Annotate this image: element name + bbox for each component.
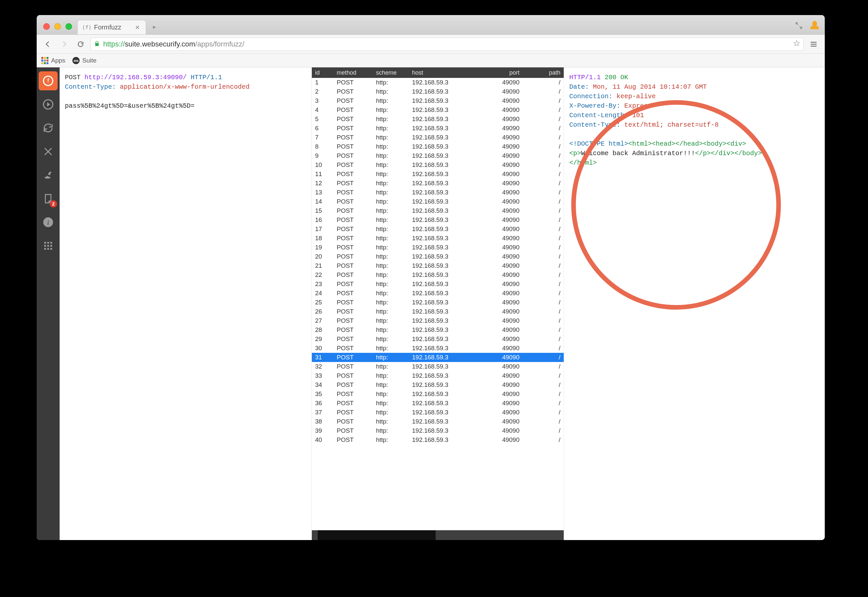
hamburger-menu-button[interactable] bbox=[807, 38, 820, 51]
stage: (f) Formfuzz ✕ ▸ https://su bbox=[0, 0, 868, 597]
sidebar-notes-icon[interactable]: 2 bbox=[39, 189, 58, 208]
bookmark-apps[interactable]: Apps bbox=[41, 57, 65, 64]
svg-rect-11 bbox=[44, 248, 46, 250]
lock-icon bbox=[94, 40, 100, 49]
table-row[interactable]: 5POSThttp:192.168.59.349090/ bbox=[312, 114, 564, 124]
table-row[interactable]: 31POSThttp:192.168.59.349090/ bbox=[312, 353, 564, 362]
table-row[interactable]: 36POSThttp:192.168.59.349090/ bbox=[312, 399, 564, 408]
requests-table-panel: id method scheme host port path 1POSThtt… bbox=[312, 67, 564, 540]
table-row[interactable]: 21POSThttp:192.168.59.349090/ bbox=[312, 261, 564, 270]
sidebar-refresh-icon[interactable] bbox=[39, 119, 58, 138]
table-row[interactable]: 23POSThttp:192.168.59.349090/ bbox=[312, 279, 564, 289]
forward-button[interactable] bbox=[58, 38, 71, 51]
app-content: f 2 i bbox=[37, 67, 825, 540]
table-row[interactable]: 32POSThttp:192.168.59.349090/ bbox=[312, 362, 564, 371]
table-row[interactable]: 26POSThttp:192.168.59.349090/ bbox=[312, 307, 564, 316]
bookmark-suite-label: Suite bbox=[82, 57, 96, 64]
table-row[interactable]: 18POSThttp:192.168.59.349090/ bbox=[312, 234, 564, 243]
table-row[interactable]: 3POSThttp:192.168.59.349090/ bbox=[312, 96, 564, 105]
col-port[interactable]: port bbox=[487, 70, 523, 76]
col-path[interactable]: path bbox=[523, 70, 564, 76]
table-row[interactable]: 29POSThttp:192.168.59.349090/ bbox=[312, 334, 564, 344]
svg-text:i: i bbox=[47, 218, 49, 227]
table-body[interactable]: 1POSThttp:192.168.59.349090/2POSThttp:19… bbox=[312, 78, 564, 530]
sidebar-info-icon[interactable]: i bbox=[39, 213, 58, 232]
table-row[interactable]: 30POSThttp:192.168.59.349090/ bbox=[312, 344, 564, 353]
table-row[interactable]: 10POSThttp:192.168.59.349090/ bbox=[312, 160, 564, 169]
table-row[interactable]: 28POSThttp:192.168.59.349090/ bbox=[312, 325, 564, 334]
browser-toolbar: https://suite.websecurify.com/apps/formf… bbox=[37, 35, 825, 54]
table-row[interactable]: 12POSThttp:192.168.59.349090/ bbox=[312, 179, 564, 188]
table-row[interactable]: 14POSThttp:192.168.59.349090/ bbox=[312, 197, 564, 206]
address-bar[interactable]: https://suite.websecurify.com/apps/formf… bbox=[91, 38, 804, 51]
table-row[interactable]: 39POSThttp:192.168.59.349090/ bbox=[312, 426, 564, 435]
table-row[interactable]: 19POSThttp:192.168.59.349090/ bbox=[312, 243, 564, 252]
tab-title: Formfuzz bbox=[94, 24, 121, 31]
minimize-window-button[interactable] bbox=[54, 23, 61, 30]
table-header: id method scheme host port path bbox=[312, 67, 564, 78]
back-button[interactable] bbox=[41, 38, 54, 51]
panels: POST http://192.168.59.3:49090/ HTTP/1.1… bbox=[60, 67, 825, 540]
table-row[interactable]: 9POSThttp:192.168.59.349090/ bbox=[312, 151, 564, 160]
bookmark-star-icon[interactable] bbox=[793, 40, 800, 49]
window-controls bbox=[41, 23, 75, 34]
table-row[interactable]: 7POSThttp:192.168.59.349090/ bbox=[312, 133, 564, 142]
svg-rect-13 bbox=[51, 248, 52, 250]
sidebar-notes-badge: 2 bbox=[50, 200, 57, 208]
col-id[interactable]: id bbox=[312, 70, 334, 76]
close-window-button[interactable] bbox=[43, 23, 50, 30]
table-row[interactable]: 25POSThttp:192.168.59.349090/ bbox=[312, 298, 564, 307]
col-host[interactable]: host bbox=[409, 70, 487, 76]
table-row[interactable]: 38POSThttp:192.168.59.349090/ bbox=[312, 417, 564, 426]
table-row[interactable]: 34POSThttp:192.168.59.349090/ bbox=[312, 380, 564, 389]
table-row[interactable]: 33POSThttp:192.168.59.349090/ bbox=[312, 371, 564, 380]
col-scheme[interactable]: scheme bbox=[373, 70, 409, 76]
col-method[interactable]: method bbox=[334, 70, 373, 76]
table-row[interactable]: 17POSThttp:192.168.59.349090/ bbox=[312, 224, 564, 234]
bookmark-suite[interactable]: ws Suite bbox=[72, 57, 96, 64]
fullscreen-icon[interactable] bbox=[795, 21, 803, 30]
suite-icon: ws bbox=[72, 57, 80, 64]
table-row[interactable]: 37POSThttp:192.168.59.349090/ bbox=[312, 408, 564, 417]
new-tab-button[interactable]: ▸ bbox=[149, 22, 159, 32]
table-row[interactable]: 20POSThttp:192.168.59.349090/ bbox=[312, 252, 564, 261]
sidebar-windmill-icon[interactable] bbox=[39, 142, 58, 161]
table-row[interactable]: 2POSThttp:192.168.59.349090/ bbox=[312, 87, 564, 96]
tab-strip: (f) Formfuzz ✕ ▸ bbox=[37, 15, 825, 35]
url-text: https://suite.websecurify.com/apps/formf… bbox=[103, 40, 244, 49]
table-row[interactable]: 40POSThttp:192.168.59.349090/ bbox=[312, 435, 564, 444]
zoom-window-button[interactable] bbox=[66, 23, 72, 30]
request-text[interactable]: POST http://192.168.59.3:49090/ HTTP/1.1… bbox=[60, 67, 311, 116]
table-row[interactable]: 16POSThttp:192.168.59.349090/ bbox=[312, 215, 564, 224]
profile-avatar-icon[interactable] bbox=[809, 20, 820, 31]
table-row[interactable]: 8POSThttp:192.168.59.349090/ bbox=[312, 142, 564, 151]
tab-favicon: (f) bbox=[83, 24, 90, 31]
sidebar-grid-icon[interactable] bbox=[39, 236, 58, 255]
browser-tab[interactable]: (f) Formfuzz ✕ bbox=[77, 20, 146, 34]
svg-rect-10 bbox=[51, 245, 52, 247]
sidebar-app-icon[interactable]: f bbox=[39, 71, 58, 91]
table-footer-segment bbox=[318, 530, 436, 540]
table-row[interactable]: 6POSThttp:192.168.59.349090/ bbox=[312, 124, 564, 133]
sidebar-play-icon[interactable] bbox=[39, 95, 58, 114]
table-row[interactable]: 11POSThttp:192.168.59.349090/ bbox=[312, 169, 564, 179]
table-row[interactable]: 22POSThttp:192.168.59.349090/ bbox=[312, 270, 564, 279]
table-row[interactable]: 27POSThttp:192.168.59.349090/ bbox=[312, 316, 564, 325]
tab-close-icon[interactable]: ✕ bbox=[135, 24, 140, 31]
svg-rect-5 bbox=[44, 242, 46, 244]
table-row[interactable]: 13POSThttp:192.168.59.349090/ bbox=[312, 188, 564, 197]
bookmarks-bar: Apps ws Suite bbox=[37, 54, 825, 67]
table-row[interactable]: 4POSThttp:192.168.59.349090/ bbox=[312, 105, 564, 114]
table-row[interactable]: 1POSThttp:192.168.59.349090/ bbox=[312, 78, 564, 87]
svg-rect-12 bbox=[47, 248, 49, 250]
response-panel: HTTP/1.1 200 OK Date: Mon, 11 Aug 2014 1… bbox=[564, 67, 825, 540]
reload-button[interactable] bbox=[74, 38, 87, 51]
request-panel: POST http://192.168.59.3:49090/ HTTP/1.1… bbox=[60, 67, 312, 540]
bookmark-apps-label: Apps bbox=[51, 57, 65, 64]
table-row[interactable]: 24POSThttp:192.168.59.349090/ bbox=[312, 289, 564, 298]
sidebar-bird-icon[interactable] bbox=[39, 166, 58, 185]
table-row[interactable]: 35POSThttp:192.168.59.349090/ bbox=[312, 389, 564, 399]
table-row[interactable]: 15POSThttp:192.168.59.349090/ bbox=[312, 206, 564, 215]
browser-window: (f) Formfuzz ✕ ▸ https://su bbox=[37, 15, 825, 540]
response-text[interactable]: HTTP/1.1 200 OK Date: Mon, 11 Aug 2014 1… bbox=[564, 67, 825, 173]
